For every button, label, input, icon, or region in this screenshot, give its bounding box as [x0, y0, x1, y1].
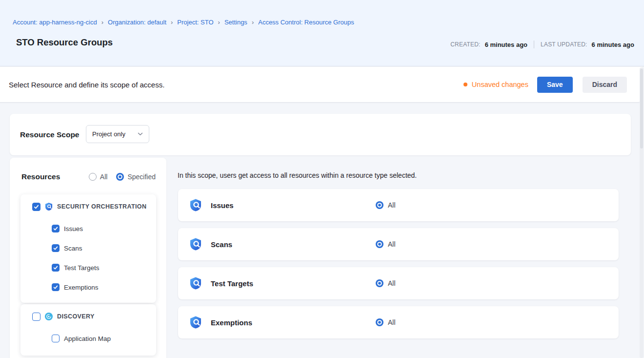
breadcrumb: Account: app-harness-ng-cicd › Organizat…	[13, 19, 354, 26]
group-label[interactable]: SECURITY ORCHESTRATION	[57, 203, 146, 210]
breadcrumb-organization-link[interactable]: Organization: default	[108, 19, 166, 26]
created-value: 6 minutes ago	[485, 41, 527, 48]
group-header-row: DISCOVERY	[20, 304, 156, 329]
unsaved-dot-icon	[463, 83, 467, 86]
resource-group-security-orchestration: SECURITY ORCHESTRATION Issues Scans Test…	[20, 194, 156, 303]
radio-option-specified[interactable]: Specified	[116, 173, 156, 181]
sto-shield-icon	[189, 237, 202, 251]
last-updated-label: LAST UPDATED:	[541, 41, 587, 48]
scope-all-label[interactable]: All	[388, 201, 396, 209]
scope-radio-option[interactable]: All	[376, 318, 396, 326]
discovery-icon	[44, 312, 53, 321]
page-header: Account: app-harness-ng-cicd › Organizat…	[0, 0, 644, 66]
breadcrumb-resource-groups-link[interactable]: Access Control: Resource Groups	[258, 19, 354, 26]
resources-mode-radio-group: All Specified	[89, 173, 156, 181]
discovery-checkbox[interactable]	[32, 313, 40, 321]
resource-checkbox-label[interactable]: Issues	[64, 225, 83, 232]
sto-shield-icon	[189, 316, 202, 329]
last-updated-value: 6 minutes ago	[592, 41, 634, 48]
chevron-right-icon: ›	[218, 19, 220, 26]
radio-all-label[interactable]: All	[100, 173, 108, 181]
scope-all-label[interactable]: All	[388, 240, 396, 248]
scope-all-label[interactable]: All	[388, 318, 396, 326]
radio-specified[interactable]	[116, 173, 124, 181]
chevron-right-icon: ›	[252, 19, 254, 26]
group-label[interactable]: DISCOVERY	[57, 313, 95, 320]
resource-checkbox-row: Application Map	[20, 329, 156, 348]
resource-checkbox-row: Scans	[20, 238, 156, 258]
application-map-checkbox[interactable]	[52, 335, 60, 342]
resources-header: Resources All Specified	[21, 169, 156, 184]
resource-scope-select[interactable]: Project only	[86, 125, 149, 143]
sto-shield-icon	[189, 276, 202, 290]
scope-all-radio[interactable]	[376, 318, 383, 326]
radio-all[interactable]	[89, 173, 97, 181]
resource-card-label: Issues	[211, 201, 234, 210]
resource-scope-label: Resource Scope	[20, 114, 79, 155]
resource-checkbox-label[interactable]: Exemptions	[64, 284, 99, 291]
resource-card-label: Scans	[211, 240, 232, 249]
sto-shield-icon	[44, 202, 53, 211]
chevron-right-icon: ›	[171, 19, 173, 26]
group-header-row: SECURITY ORCHESTRATION	[20, 194, 156, 219]
scope-radio-option[interactable]: All	[376, 240, 396, 248]
resource-checkbox-row: Exemptions	[20, 277, 156, 297]
breadcrumb-account-link[interactable]: Account: app-harness-ng-cicd	[13, 19, 97, 26]
resource-card-exemptions: Exemptions All	[178, 306, 619, 338]
scope-radio-option[interactable]: All	[376, 201, 396, 209]
resource-group-discovery: DISCOVERY Application Map	[20, 304, 156, 356]
breadcrumb-project-link[interactable]: Project: STO	[177, 19, 213, 26]
resources-title: Resources	[21, 172, 60, 181]
created-label: CREATED:	[450, 41, 480, 48]
resource-scope-card: Resource Scope Project only	[10, 114, 631, 155]
resource-card-test-targets: Test Targets All	[178, 267, 619, 299]
exemptions-checkbox[interactable]	[52, 283, 60, 291]
header-meta: CREATED: 6 minutes ago LAST UPDATED: 6 m…	[450, 41, 634, 48]
scope-all-radio[interactable]	[376, 201, 383, 209]
meta-divider	[534, 41, 534, 48]
resource-checkbox-row: Issues	[20, 219, 156, 238]
scope-all-label[interactable]: All	[388, 279, 396, 287]
test-targets-checkbox[interactable]	[52, 264, 60, 272]
resource-scope-selected-value: Project only	[92, 130, 125, 138]
resource-card-label: Exemptions	[211, 318, 252, 327]
breadcrumb-settings-link[interactable]: Settings	[224, 19, 247, 26]
scrollbar-thumb[interactable]	[640, 69, 643, 148]
toolbar-actions: Unsaved changes Save Discard	[463, 67, 627, 102]
save-button[interactable]: Save	[537, 77, 573, 93]
chevron-down-icon	[138, 132, 143, 136]
unsaved-changes-label: Unsaved changes	[472, 81, 528, 88]
page-title: STO Resource Groups	[16, 37, 113, 48]
radio-option-all[interactable]: All	[89, 173, 108, 181]
radio-specified-label[interactable]: Specified	[127, 173, 156, 181]
scope-all-radio[interactable]	[376, 279, 383, 287]
resource-checkbox-label[interactable]: Test Targets	[64, 264, 100, 272]
resource-card-label: Test Targets	[211, 279, 253, 288]
resources-panel: Resources All Specified	[10, 158, 166, 358]
chevron-right-icon: ›	[101, 19, 103, 26]
issues-checkbox[interactable]	[52, 225, 60, 232]
scope-radio-option[interactable]: All	[376, 279, 396, 287]
resource-checkbox-label[interactable]: Scans	[64, 245, 82, 252]
resource-checkbox-row: Test Targets	[20, 258, 156, 277]
scope-info-text: In this scope, users get access to all r…	[178, 171, 417, 179]
discard-button[interactable]: Discard	[583, 77, 627, 93]
unsaved-changes-status: Unsaved changes	[463, 81, 528, 88]
resource-card-issues: Issues All	[178, 189, 619, 221]
scope-all-radio[interactable]	[376, 240, 383, 248]
sto-shield-icon	[189, 198, 202, 212]
scans-checkbox[interactable]	[52, 244, 60, 252]
security-orchestration-checkbox[interactable]	[32, 203, 40, 211]
action-toolbar: Select Resource and define its scope of …	[0, 67, 642, 103]
resource-card-scans: Scans All	[178, 228, 619, 260]
toolbar-description: Select Resource and define its scope of …	[9, 67, 164, 102]
resource-checkbox-label[interactable]: Application Map	[64, 335, 111, 342]
